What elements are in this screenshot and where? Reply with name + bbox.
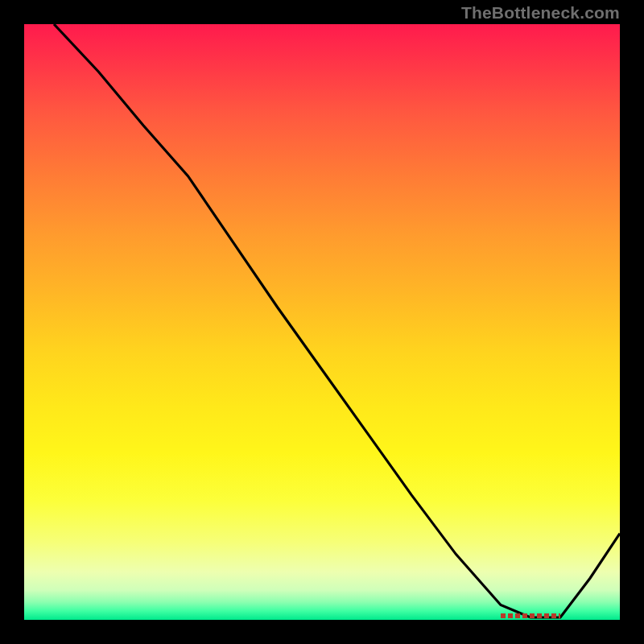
attribution-text: TheBottleneck.com — [461, 3, 620, 23]
bottleneck-curve-path — [54, 24, 620, 617]
chart-curve — [24, 24, 620, 620]
chart-plot-area — [24, 24, 620, 620]
optimum-marker — [501, 613, 560, 618]
